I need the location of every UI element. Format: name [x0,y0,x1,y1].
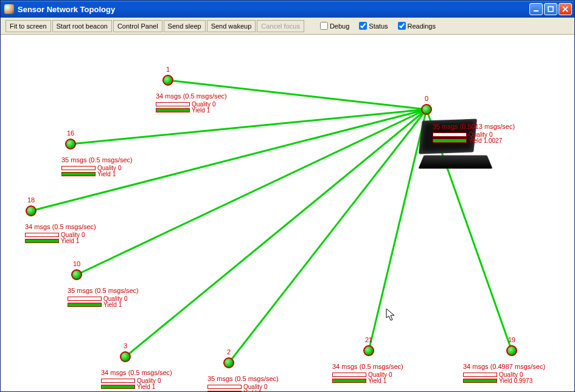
node-bars: Quality 0Yield 1 [61,165,133,177]
cancel-focus-button: Cancel focus [257,20,304,32]
node-info: 34 msgs (0.5 msgs/sec)Quality 0Yield 1 [332,363,403,383]
node-id-label: 19 [508,336,515,343]
node-id-label: 0 [425,95,428,102]
close-icon [562,6,568,12]
fit-to-screen-button[interactable]: Fit to screen [5,20,51,32]
bar-label: Yield 1 [137,383,155,390]
node-msgs-label: 35 msgs (0.5013 msgs/sec) [433,123,515,130]
node-msgs-label: 34 msgs (0.5 msgs/sec) [101,369,172,376]
node-msgs-label: 34 msgs (0.5 msgs/sec) [156,92,227,100]
bar-label: Yield 1 [243,390,262,392]
node-bars: Quality 0Yield 1 [101,377,172,390]
readings-checkbox-wrap[interactable]: Readings [396,20,436,32]
control-panel-button[interactable]: Control Panel [113,20,162,32]
edge [125,109,427,357]
status-label: Status [369,22,388,30]
titlebar: Sensor Network Topology [1,1,574,18]
node-bars: Quality 0Yield 1.0027 [433,131,515,143]
bar-label: Yield 1 [97,171,116,177]
readings-checkbox[interactable] [398,22,406,30]
bar-label: Yield 1 [61,238,79,244]
node-msgs-label: 35 msgs (0.5 msgs/sec) [207,375,279,382]
node-info: 35 msgs (0.5013 msgs/sec)Quality 0Yield … [433,123,515,143]
minimize-button[interactable] [529,3,543,15]
status-checkbox[interactable] [359,22,367,30]
node-info: 34 msgs (0.5 msgs/sec)Quality 0Yield 1 [101,369,172,390]
edge [369,109,427,351]
mouse-cursor-icon [386,308,396,322]
bar-label: Yield 0.9973 [499,377,532,384]
svg-rect-0 [534,10,538,12]
quality-bar: Quality 0 [463,371,545,377]
send-wakeup-button[interactable]: Send wakeup [207,20,256,32]
sensor-node-3[interactable] [120,351,131,362]
node-info: 34 msgs (0.5 msgs/sec)Quality 0Yield 1 [156,92,227,113]
node-msgs-label: 34 msgs (0.5 msgs/sec) [25,223,96,230]
node-bars: Quality 0Yield 1 [332,371,403,383]
sensor-node-1[interactable] [162,75,173,86]
send-sleep-button[interactable]: Send sleep [164,20,206,32]
bar-label: Yield 1 [368,377,386,384]
quality-bar: Quality 0 [207,383,279,390]
maximize-icon [548,6,554,12]
root-node[interactable] [421,104,432,115]
yield-bar: Yield 1 [101,383,172,390]
sensor-node-10[interactable] [71,269,82,280]
quality-bar: Quality 0 [332,371,403,377]
edge [229,109,427,363]
sensor-node-19[interactable] [506,345,517,356]
sensor-node-18[interactable] [26,205,37,216]
node-id-label: 2 [227,348,231,356]
java-app-icon [4,4,14,14]
debug-label: Debug [330,22,349,30]
yield-bar: Yield 0.9973 [463,377,545,383]
topology-canvas[interactable]: 035 msgs (0.5013 msgs/sec)Quality 0Yield… [1,35,574,391]
node-msgs-label: 35 msgs (0.5 msgs/sec) [61,156,133,163]
bar-label: Yield 1 [103,301,122,308]
node-info: 35 msgs (0.5 msgs/sec)Quality 0Yield 1 [68,287,139,308]
maximize-button[interactable] [544,3,557,15]
node-bars: Quality 0Yield 0.9973 [463,371,545,383]
edge [77,109,427,275]
node-msgs-label: 34 msgs (0.4987 msgs/sec) [463,363,545,370]
node-id-label: 21 [365,336,372,343]
sensor-node-16[interactable] [65,139,76,150]
svg-rect-1 [548,7,553,12]
window-title: Sensor Network Topology [18,5,529,14]
quality-bar: Quality 0 [25,232,96,238]
status-checkbox-wrap[interactable]: Status [357,20,388,32]
close-button[interactable] [559,3,572,15]
quality-bar: Quality 0 [61,165,133,171]
edge-layer [1,35,574,391]
debug-checkbox-wrap[interactable]: Debug [318,20,349,32]
start-root-beacon-button[interactable]: Start root beacon [52,20,112,32]
node-msgs-label: 35 msgs (0.5 msgs/sec) [68,287,139,294]
yield-bar: Yield 1 [68,301,139,308]
node-info: 34 msgs (0.5 msgs/sec)Quality 0Yield 1 [25,223,96,244]
app-window: Sensor Network Topology Fit to screen St… [0,0,575,392]
node-id-label: 1 [166,66,170,73]
readings-label: Readings [408,22,436,30]
node-info: 35 msgs (0.5 msgs/sec)Quality 0Yield 1 [207,375,279,391]
node-info: 34 msgs (0.4987 msgs/sec)Quality 0Yield … [463,363,545,383]
minimize-icon [533,6,539,12]
quality-bar: Quality 0 [101,377,172,383]
yield-bar: Yield 1 [332,377,403,383]
toolbar: Fit to screen Start root beacon Control … [1,18,574,35]
node-id-label: 3 [124,342,127,349]
node-id-label: 10 [73,260,80,267]
node-id-label: 18 [27,196,35,204]
sensor-node-2[interactable] [223,357,234,368]
quality-bar: Quality 0 [68,295,139,301]
node-bars: Quality 0Yield 1 [68,295,139,308]
bar-label: Yield 1.0027 [469,137,502,144]
node-bars: Quality 0Yield 1 [25,232,96,244]
yield-bar: Yield 1.0027 [433,137,515,143]
yield-bar: Yield 1 [25,238,96,244]
quality-bar: Quality 0 [156,101,227,107]
sensor-node-21[interactable] [363,345,374,356]
yield-bar: Yield 1 [156,107,227,113]
window-controls [529,3,574,15]
debug-checkbox[interactable] [320,22,328,30]
yield-bar: Yield 1 [61,171,133,177]
